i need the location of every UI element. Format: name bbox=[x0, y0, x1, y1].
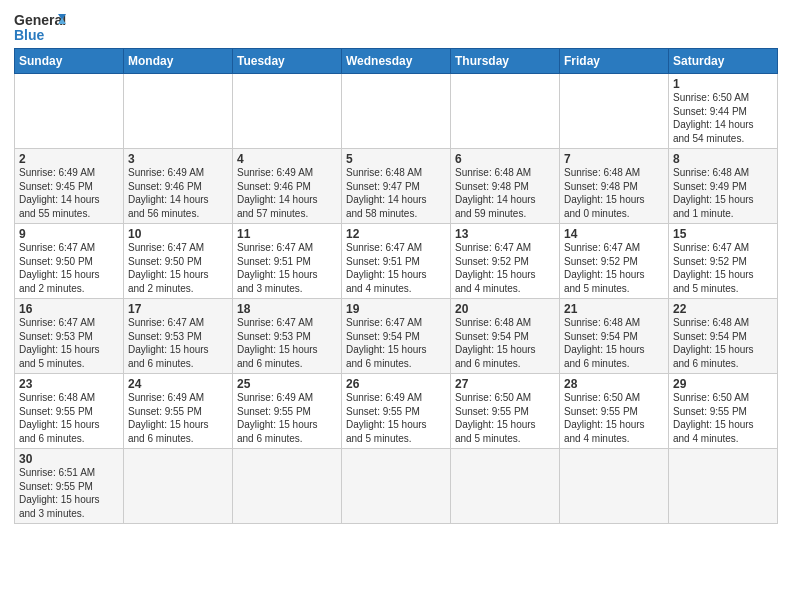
calendar-cell: 5Sunrise: 6:48 AM Sunset: 9:47 PM Daylig… bbox=[342, 149, 451, 224]
calendar-cell bbox=[124, 74, 233, 149]
calendar-cell: 9Sunrise: 6:47 AM Sunset: 9:50 PM Daylig… bbox=[15, 224, 124, 299]
day-info: Sunrise: 6:50 AM Sunset: 9:55 PM Dayligh… bbox=[564, 391, 664, 445]
calendar-cell: 19Sunrise: 6:47 AM Sunset: 9:54 PM Dayli… bbox=[342, 299, 451, 374]
day-info: Sunrise: 6:48 AM Sunset: 9:49 PM Dayligh… bbox=[673, 166, 773, 220]
calendar-cell: 17Sunrise: 6:47 AM Sunset: 9:53 PM Dayli… bbox=[124, 299, 233, 374]
day-info: Sunrise: 6:47 AM Sunset: 9:50 PM Dayligh… bbox=[19, 241, 119, 295]
day-number: 14 bbox=[564, 227, 664, 241]
day-info: Sunrise: 6:48 AM Sunset: 9:48 PM Dayligh… bbox=[455, 166, 555, 220]
calendar-cell: 28Sunrise: 6:50 AM Sunset: 9:55 PM Dayli… bbox=[560, 374, 669, 449]
day-info: Sunrise: 6:50 AM Sunset: 9:44 PM Dayligh… bbox=[673, 91, 773, 145]
day-number: 21 bbox=[564, 302, 664, 316]
calendar-cell: 23Sunrise: 6:48 AM Sunset: 9:55 PM Dayli… bbox=[15, 374, 124, 449]
calendar-cell: 25Sunrise: 6:49 AM Sunset: 9:55 PM Dayli… bbox=[233, 374, 342, 449]
calendar-cell: 13Sunrise: 6:47 AM Sunset: 9:52 PM Dayli… bbox=[451, 224, 560, 299]
day-info: Sunrise: 6:50 AM Sunset: 9:55 PM Dayligh… bbox=[673, 391, 773, 445]
calendar-cell: 11Sunrise: 6:47 AM Sunset: 9:51 PM Dayli… bbox=[233, 224, 342, 299]
weekday-header-tuesday: Tuesday bbox=[233, 49, 342, 74]
day-number: 25 bbox=[237, 377, 337, 391]
day-number: 5 bbox=[346, 152, 446, 166]
day-number: 3 bbox=[128, 152, 228, 166]
calendar-cell: 2Sunrise: 6:49 AM Sunset: 9:45 PM Daylig… bbox=[15, 149, 124, 224]
day-info: Sunrise: 6:47 AM Sunset: 9:51 PM Dayligh… bbox=[237, 241, 337, 295]
weekday-header-monday: Monday bbox=[124, 49, 233, 74]
weekday-header-sunday: Sunday bbox=[15, 49, 124, 74]
calendar-cell bbox=[124, 449, 233, 524]
weekday-header-thursday: Thursday bbox=[451, 49, 560, 74]
day-number: 24 bbox=[128, 377, 228, 391]
day-number: 2 bbox=[19, 152, 119, 166]
day-number: 26 bbox=[346, 377, 446, 391]
day-info: Sunrise: 6:47 AM Sunset: 9:52 PM Dayligh… bbox=[455, 241, 555, 295]
svg-text:General: General bbox=[14, 12, 66, 28]
day-number: 17 bbox=[128, 302, 228, 316]
day-number: 19 bbox=[346, 302, 446, 316]
logo-svg: GeneralBlue bbox=[14, 10, 66, 44]
day-info: Sunrise: 6:49 AM Sunset: 9:55 PM Dayligh… bbox=[128, 391, 228, 445]
day-info: Sunrise: 6:48 AM Sunset: 9:48 PM Dayligh… bbox=[564, 166, 664, 220]
calendar-week-row: 30Sunrise: 6:51 AM Sunset: 9:55 PM Dayli… bbox=[15, 449, 778, 524]
calendar-cell: 14Sunrise: 6:47 AM Sunset: 9:52 PM Dayli… bbox=[560, 224, 669, 299]
day-number: 28 bbox=[564, 377, 664, 391]
calendar-cell bbox=[233, 449, 342, 524]
day-number: 27 bbox=[455, 377, 555, 391]
day-info: Sunrise: 6:49 AM Sunset: 9:55 PM Dayligh… bbox=[237, 391, 337, 445]
day-info: Sunrise: 6:50 AM Sunset: 9:55 PM Dayligh… bbox=[455, 391, 555, 445]
day-info: Sunrise: 6:48 AM Sunset: 9:54 PM Dayligh… bbox=[564, 316, 664, 370]
calendar-cell: 26Sunrise: 6:49 AM Sunset: 9:55 PM Dayli… bbox=[342, 374, 451, 449]
day-info: Sunrise: 6:47 AM Sunset: 9:52 PM Dayligh… bbox=[673, 241, 773, 295]
calendar-week-row: 16Sunrise: 6:47 AM Sunset: 9:53 PM Dayli… bbox=[15, 299, 778, 374]
day-info: Sunrise: 6:48 AM Sunset: 9:47 PM Dayligh… bbox=[346, 166, 446, 220]
calendar-cell: 7Sunrise: 6:48 AM Sunset: 9:48 PM Daylig… bbox=[560, 149, 669, 224]
calendar-cell: 21Sunrise: 6:48 AM Sunset: 9:54 PM Dayli… bbox=[560, 299, 669, 374]
day-number: 12 bbox=[346, 227, 446, 241]
day-info: Sunrise: 6:47 AM Sunset: 9:52 PM Dayligh… bbox=[564, 241, 664, 295]
day-number: 1 bbox=[673, 77, 773, 91]
day-info: Sunrise: 6:49 AM Sunset: 9:46 PM Dayligh… bbox=[128, 166, 228, 220]
day-number: 29 bbox=[673, 377, 773, 391]
calendar-week-row: 2Sunrise: 6:49 AM Sunset: 9:45 PM Daylig… bbox=[15, 149, 778, 224]
calendar-cell: 15Sunrise: 6:47 AM Sunset: 9:52 PM Dayli… bbox=[669, 224, 778, 299]
calendar-week-row: 23Sunrise: 6:48 AM Sunset: 9:55 PM Dayli… bbox=[15, 374, 778, 449]
calendar-cell: 12Sunrise: 6:47 AM Sunset: 9:51 PM Dayli… bbox=[342, 224, 451, 299]
calendar-table: SundayMondayTuesdayWednesdayThursdayFrid… bbox=[14, 48, 778, 524]
day-number: 9 bbox=[19, 227, 119, 241]
calendar-cell: 20Sunrise: 6:48 AM Sunset: 9:54 PM Dayli… bbox=[451, 299, 560, 374]
calendar-cell: 10Sunrise: 6:47 AM Sunset: 9:50 PM Dayli… bbox=[124, 224, 233, 299]
weekday-header-friday: Friday bbox=[560, 49, 669, 74]
day-info: Sunrise: 6:47 AM Sunset: 9:53 PM Dayligh… bbox=[237, 316, 337, 370]
svg-text:Blue: Blue bbox=[14, 27, 45, 43]
day-number: 6 bbox=[455, 152, 555, 166]
calendar-cell: 16Sunrise: 6:47 AM Sunset: 9:53 PM Dayli… bbox=[15, 299, 124, 374]
calendar-week-row: 9Sunrise: 6:47 AM Sunset: 9:50 PM Daylig… bbox=[15, 224, 778, 299]
calendar-cell: 29Sunrise: 6:50 AM Sunset: 9:55 PM Dayli… bbox=[669, 374, 778, 449]
page-header: GeneralBlue bbox=[14, 10, 778, 44]
weekday-header-row: SundayMondayTuesdayWednesdayThursdayFrid… bbox=[15, 49, 778, 74]
calendar-cell bbox=[560, 74, 669, 149]
calendar-cell: 3Sunrise: 6:49 AM Sunset: 9:46 PM Daylig… bbox=[124, 149, 233, 224]
day-number: 30 bbox=[19, 452, 119, 466]
day-info: Sunrise: 6:49 AM Sunset: 9:45 PM Dayligh… bbox=[19, 166, 119, 220]
day-info: Sunrise: 6:47 AM Sunset: 9:53 PM Dayligh… bbox=[128, 316, 228, 370]
calendar-cell: 18Sunrise: 6:47 AM Sunset: 9:53 PM Dayli… bbox=[233, 299, 342, 374]
calendar-cell bbox=[342, 449, 451, 524]
calendar-cell bbox=[342, 74, 451, 149]
day-number: 15 bbox=[673, 227, 773, 241]
calendar-cell: 27Sunrise: 6:50 AM Sunset: 9:55 PM Dayli… bbox=[451, 374, 560, 449]
day-number: 22 bbox=[673, 302, 773, 316]
day-number: 8 bbox=[673, 152, 773, 166]
day-number: 11 bbox=[237, 227, 337, 241]
day-info: Sunrise: 6:48 AM Sunset: 9:54 PM Dayligh… bbox=[455, 316, 555, 370]
day-number: 23 bbox=[19, 377, 119, 391]
calendar-cell: 30Sunrise: 6:51 AM Sunset: 9:55 PM Dayli… bbox=[15, 449, 124, 524]
day-number: 16 bbox=[19, 302, 119, 316]
calendar-cell bbox=[669, 449, 778, 524]
calendar-cell: 6Sunrise: 6:48 AM Sunset: 9:48 PM Daylig… bbox=[451, 149, 560, 224]
weekday-header-saturday: Saturday bbox=[669, 49, 778, 74]
calendar-cell bbox=[233, 74, 342, 149]
calendar-cell: 8Sunrise: 6:48 AM Sunset: 9:49 PM Daylig… bbox=[669, 149, 778, 224]
calendar-cell: 4Sunrise: 6:49 AM Sunset: 9:46 PM Daylig… bbox=[233, 149, 342, 224]
day-info: Sunrise: 6:47 AM Sunset: 9:51 PM Dayligh… bbox=[346, 241, 446, 295]
day-number: 18 bbox=[237, 302, 337, 316]
day-info: Sunrise: 6:47 AM Sunset: 9:54 PM Dayligh… bbox=[346, 316, 446, 370]
